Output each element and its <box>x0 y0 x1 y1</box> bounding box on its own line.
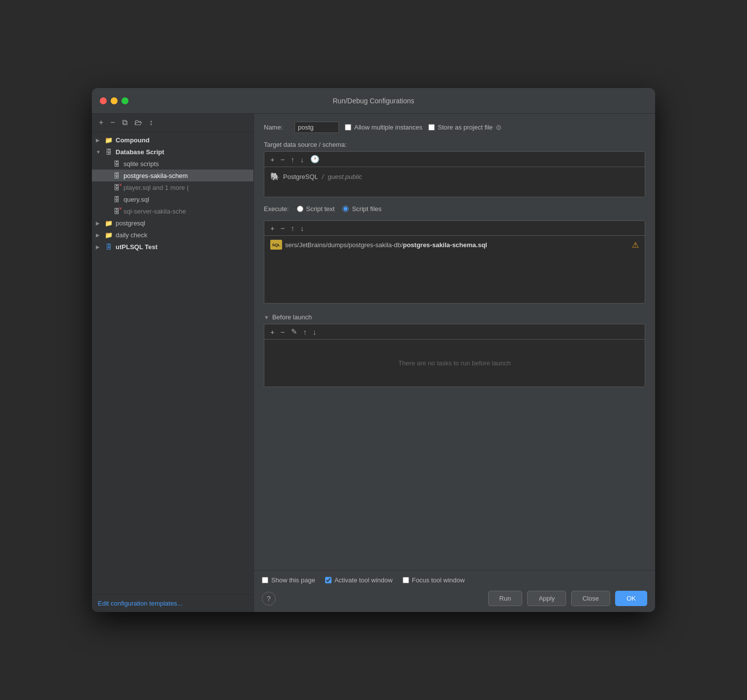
file-path: sers/JetBrains/dumps/postgres-sakila-db/… <box>285 241 487 249</box>
sidebar-item-postgres-sakila[interactable]: 🗄 postgres-sakila-schem <box>92 170 253 181</box>
remove-config-button[interactable]: − <box>108 118 117 128</box>
help-button[interactable]: ? <box>262 592 276 606</box>
database-script-label: Database Script <box>116 148 164 156</box>
sidebar-item-sql-server[interactable]: 🗄✕ sql-server-sakila-sche <box>92 205 253 217</box>
folder-icon-postgresql: 📁 <box>104 219 114 227</box>
close-button[interactable] <box>100 97 107 104</box>
sort-button[interactable]: ↕ <box>147 118 155 128</box>
expand-arrow-daily-check: ▶ <box>96 232 104 238</box>
maximize-button[interactable] <box>122 97 128 104</box>
close-button[interactable]: Close <box>571 591 610 606</box>
datasource-down-button[interactable]: ↓ <box>299 155 305 164</box>
script-up-button[interactable]: ↑ <box>290 224 296 232</box>
sidebar-item-postgresql[interactable]: ▶ 📁 postgresql <box>92 217 253 229</box>
focus-tool-window-checkbox[interactable] <box>403 577 409 583</box>
name-row: Name: Allow multiple instances Store as … <box>264 122 645 133</box>
before-launch-header: ▼ Before launch <box>264 313 645 321</box>
collapse-icon[interactable]: ▼ <box>264 314 269 320</box>
script-text-radio-option: Script text <box>297 205 335 213</box>
new-folder-button[interactable]: 🗁 <box>132 118 144 128</box>
sidebar-item-query-sql[interactable]: 🗄 query.sql <box>92 193 253 205</box>
sidebar-item-sqlite-scripts[interactable]: 🗄 sqlite scripts <box>92 158 253 170</box>
postgresql-label: postgresql <box>116 219 145 227</box>
db-icon-postgres: 🗄 <box>112 172 122 179</box>
script-down-button[interactable]: ↓ <box>299 224 305 232</box>
utplsql-label: utPLSQL Test <box>116 243 158 251</box>
before-launch-edit-button[interactable]: ✎ <box>290 327 298 336</box>
before-launch-add-button[interactable]: + <box>269 328 276 336</box>
sidebar-item-utplsql[interactable]: ▶ 🗄 utPLSQL Test <box>92 241 253 253</box>
allow-multiple-label: Allow multiple instances <box>354 124 422 131</box>
datasource-toolbar: + − ↑ ↓ 🕐 <box>264 152 645 167</box>
sidebar-item-daily-check[interactable]: ▶ 📁 daily check <box>92 229 253 241</box>
db-icon-player: 🗄✕ <box>112 183 122 191</box>
gear-icon[interactable]: ⚙ <box>496 124 502 131</box>
store-as-project-checkbox[interactable] <box>428 124 435 131</box>
before-launch-label: Before launch <box>272 313 312 321</box>
show-this-page-checkbox[interactable] <box>262 577 268 583</box>
script-text-radio[interactable] <box>297 206 303 212</box>
footer-checkboxes: Show this page Activate tool window Focu… <box>262 576 647 584</box>
before-launch-down-button[interactable]: ↓ <box>312 328 318 336</box>
db-icon-database-script: 🗄 <box>104 148 114 156</box>
datasource-clock-button[interactable]: 🕐 <box>309 155 321 164</box>
before-launch-up-button[interactable]: ↑ <box>302 328 308 336</box>
folder-icon-compound: 📁 <box>104 136 114 144</box>
main-content: + − ⧉ 🗁 ↕ ▶ 📁 Compound ▼ 🗄 Database Scri… <box>92 114 655 612</box>
sidebar-item-player-sql[interactable]: 🗄✕ player.sql and 1 more ( <box>92 181 253 193</box>
main-panel: Name: Allow multiple instances Store as … <box>254 114 655 612</box>
datasource-separator: / <box>322 173 324 180</box>
datasource-remove-button[interactable]: − <box>280 155 286 164</box>
sidebar-tree: ▶ 📁 Compound ▼ 🗄 Database Script 🗄 sqlit… <box>92 132 253 594</box>
datasource-schema: guest.public <box>328 173 362 180</box>
titlebar: Run/Debug Configurations <box>92 88 655 114</box>
execute-row: Execute: Script text Script files <box>264 205 645 213</box>
player-sql-label: player.sql and 1 more ( <box>124 184 189 191</box>
script-remove-button[interactable]: − <box>280 224 286 232</box>
minimize-button[interactable] <box>111 97 118 104</box>
edit-templates-link[interactable]: Edit configuration templates... <box>98 600 182 607</box>
footer-left: ? <box>262 592 276 606</box>
apply-button[interactable]: Apply <box>527 591 566 606</box>
datasource-add-button[interactable]: + <box>269 155 276 164</box>
folder-icon-daily-check: 📁 <box>104 231 114 239</box>
expand-arrow-postgresql: ▶ <box>96 220 104 226</box>
script-text-label: Script text <box>306 205 335 213</box>
script-add-button[interactable]: + <box>269 224 276 232</box>
execute-label: Execute: <box>264 205 289 213</box>
sidebar-item-compound[interactable]: ▶ 📁 Compound <box>92 134 253 146</box>
sidebar-item-database-script[interactable]: ▼ 🗄 Database Script <box>92 146 253 158</box>
script-file-row: SQL sers/JetBrains/dumps/postgres-sakila… <box>264 236 645 254</box>
before-launch-remove-button[interactable]: − <box>280 328 286 336</box>
expand-arrow-compound: ▶ <box>96 137 104 143</box>
db-icon-sqlserver: 🗄✕ <box>112 207 122 215</box>
store-as-project-label: Store as project file <box>438 124 493 131</box>
script-files-toolbar: + − ↑ ↓ <box>264 221 645 236</box>
name-input[interactable] <box>294 122 339 133</box>
panel-body: Name: Allow multiple instances Store as … <box>254 114 655 570</box>
expand-arrow-utplsql: ▶ <box>96 244 104 250</box>
ok-button[interactable]: OK <box>615 591 647 606</box>
target-datasource-box: + − ↑ ↓ 🕐 🐘 PostgreSQL / guest.public <box>264 151 645 197</box>
script-files-radio[interactable] <box>342 206 349 212</box>
postgres-sakila-label: postgres-sakila-schem <box>124 172 188 179</box>
focus-window-row: Focus tool window <box>403 576 465 584</box>
run-button[interactable]: Run <box>488 591 523 606</box>
allow-multiple-instances-checkbox[interactable] <box>345 124 351 131</box>
target-datasource-section: Target data source / schema: + − ↑ ↓ 🕐 🐘 <box>264 141 645 197</box>
run-debug-configurations-window: Run/Debug Configurations + − ⧉ 🗁 ↕ ▶ 📁 C… <box>92 88 655 612</box>
script-files-radio-option: Script files <box>342 205 381 213</box>
db-icon-sqlite: 🗄 <box>112 160 122 168</box>
script-files-label: Script files <box>352 205 381 213</box>
before-launch-content: There are no tasks to run before launch <box>264 340 645 387</box>
name-label: Name: <box>264 124 289 131</box>
activate-tool-window-checkbox[interactable] <box>325 577 332 583</box>
before-launch-box: + − ✎ ↑ ↓ There are no tasks to run befo… <box>264 324 645 387</box>
datasource-up-button[interactable]: ↑ <box>290 155 296 164</box>
before-launch-toolbar: + − ✎ ↑ ↓ <box>264 324 645 340</box>
add-config-button[interactable]: + <box>97 118 105 128</box>
copy-config-button[interactable]: ⧉ <box>120 118 129 128</box>
sql-server-label: sql-server-sakila-sche <box>124 208 186 215</box>
footer-buttons: Run Apply Close OK <box>488 591 647 606</box>
datasource-content: 🐘 PostgreSQL / guest.public <box>264 167 645 197</box>
